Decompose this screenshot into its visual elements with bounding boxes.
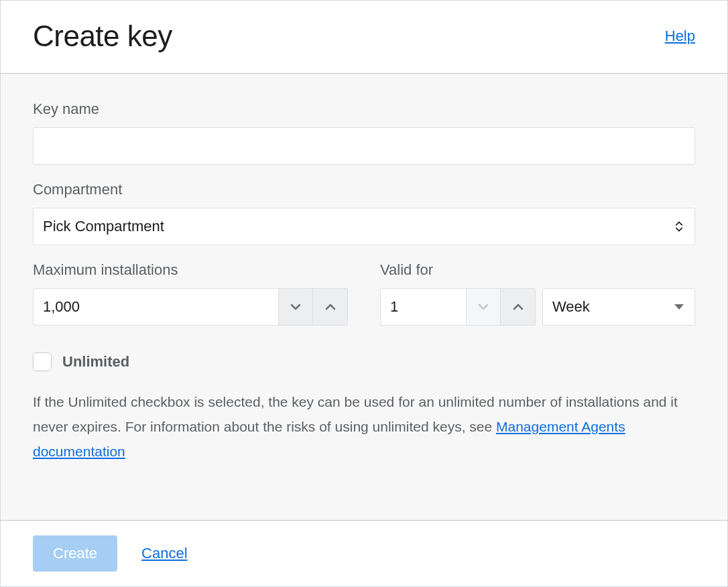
valid-for-decrement[interactable] (466, 288, 501, 326)
triangle-down-icon (674, 304, 684, 310)
panel-header: Create key Help (1, 1, 727, 74)
compartment-select-wrap: Pick Compartment (33, 208, 695, 245)
panel-body: Key name Compartment Pick Compartment Ma… (1, 74, 727, 521)
chevron-up-icon (325, 304, 336, 310)
page-title: Create key (33, 19, 172, 53)
compartment-select[interactable]: Pick Compartment (33, 208, 695, 245)
max-install-input[interactable]: 1,000 (33, 288, 278, 326)
panel-footer: Create Cancel (1, 521, 727, 586)
chevron-down-icon (290, 304, 301, 310)
unlimited-checkbox[interactable] (33, 352, 52, 371)
max-install-stepper: 1,000 (33, 288, 348, 326)
max-install-increment[interactable] (313, 288, 348, 326)
valid-for-unit-select[interactable]: Week (542, 288, 695, 326)
compartment-value: Pick Compartment (43, 218, 164, 235)
cancel-button[interactable]: Cancel (141, 545, 187, 562)
valid-for-stepper: 1 (380, 288, 536, 326)
chevron-up-icon (513, 304, 524, 310)
compartment-label: Compartment (33, 181, 695, 198)
create-key-panel: Create key Help Key name Compartment Pic… (0, 0, 728, 587)
create-button[interactable]: Create (33, 535, 117, 572)
max-install-label: Maximum installations (33, 261, 348, 279)
unlimited-help-text: If the Unlimited checkbox is selected, t… (33, 390, 695, 464)
valid-for-label: Valid for (380, 261, 695, 279)
chevron-down-icon (478, 304, 489, 310)
valid-for-unit-value: Week (552, 298, 590, 316)
valid-for-input[interactable]: 1 (380, 288, 466, 326)
key-name-input[interactable] (33, 127, 695, 165)
help-link[interactable]: Help (665, 27, 695, 45)
max-install-decrement[interactable] (278, 288, 313, 326)
valid-for-increment[interactable] (501, 288, 536, 326)
key-name-label: Key name (33, 101, 695, 118)
unlimited-label: Unlimited (62, 353, 129, 371)
